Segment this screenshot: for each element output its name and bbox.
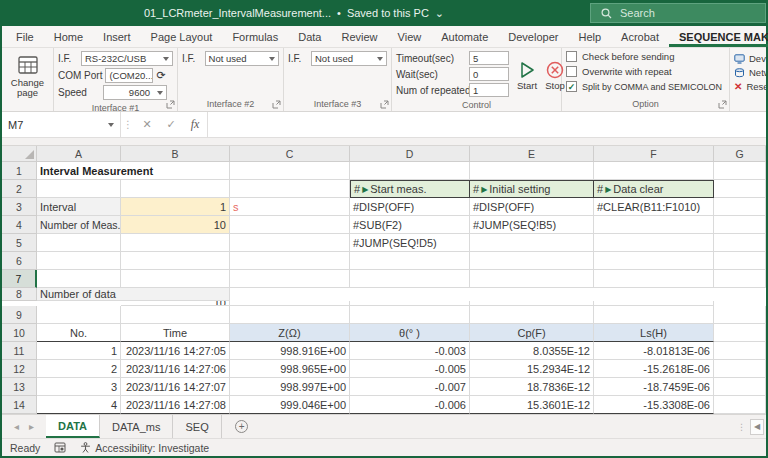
cell[interactable] — [230, 180, 350, 198]
row-header-3[interactable]: 3 — [2, 198, 37, 216]
tab-sequence-maker[interactable]: SEQUENCE MAKER — [669, 28, 768, 47]
cell[interactable] — [714, 342, 766, 360]
cell[interactable] — [350, 162, 470, 180]
cell-F10[interactable]: Ls(H) — [594, 324, 714, 342]
cell[interactable] — [714, 306, 766, 324]
row-header-9[interactable]: 9 — [2, 306, 37, 324]
cell-D12[interactable]: -0.005 — [350, 360, 470, 378]
cell-D2[interactable]: #▶Start meas. — [350, 180, 470, 198]
row-header-7-selected[interactable]: 7 — [2, 270, 37, 288]
cell-B3[interactable]: 1 — [121, 198, 230, 216]
cell[interactable] — [594, 270, 714, 288]
cell-C3[interactable]: s — [230, 198, 350, 216]
cell-D4[interactable]: #SUB(F2) — [350, 216, 470, 234]
prev-sheet-icon[interactable]: ◂ — [14, 421, 19, 432]
reset-button[interactable]: ✕ Reset s — [734, 81, 766, 92]
row-header-8[interactable]: 8 — [2, 288, 37, 301]
cell[interactable] — [714, 180, 766, 198]
cell[interactable] — [350, 270, 470, 288]
cell[interactable] — [37, 270, 121, 288]
cell[interactable] — [470, 234, 594, 252]
select-all-button[interactable] — [2, 146, 37, 162]
cell-A11[interactable]: 1 — [37, 342, 121, 360]
cell-A4[interactable]: Number of Meas. — [37, 216, 121, 234]
row-header-13[interactable]: 13 — [2, 378, 37, 396]
cell[interactable] — [121, 252, 230, 270]
if1-select[interactable]: RS-232C/USB — [81, 51, 173, 66]
cell-C12[interactable]: 998.965E+00 — [230, 360, 350, 378]
cell-D14[interactable]: -0.006 — [350, 396, 470, 414]
row-header-11[interactable]: 11 — [2, 342, 37, 360]
timeout-input[interactable] — [469, 51, 509, 65]
cell[interactable] — [230, 234, 350, 252]
network-button[interactable]: Netwo — [734, 67, 766, 78]
cell[interactable] — [594, 306, 714, 324]
if3-select[interactable]: Not used — [311, 51, 387, 66]
column-header-A[interactable]: A — [37, 146, 121, 162]
cell[interactable] — [714, 396, 766, 414]
cell-E4[interactable]: #JUMP(SEQ!B5) — [470, 216, 594, 234]
drag-handle-icon[interactable]: ⋮ — [121, 112, 135, 137]
repeat-input[interactable] — [469, 83, 509, 97]
cell[interactable] — [714, 234, 766, 252]
cell-F3[interactable]: #CLEAR(B11:F1010) — [594, 198, 714, 216]
cell-E14[interactable]: 15.3601E-12 — [470, 396, 594, 414]
next-sheet-icon[interactable]: ▸ — [29, 421, 34, 432]
speed-select[interactable]: 9600 — [103, 85, 167, 100]
cell-B10[interactable]: Time — [121, 324, 230, 342]
cell-F2[interactable]: #▶Data clear — [594, 180, 714, 198]
wait-input[interactable] — [469, 67, 509, 81]
cell-C11[interactable]: 998.916E+00 — [230, 342, 350, 360]
cell[interactable] — [594, 162, 714, 180]
cell-A12[interactable]: 2 — [37, 360, 121, 378]
cell[interactable] — [714, 324, 766, 342]
tab-insert[interactable]: Insert — [93, 28, 141, 47]
cell[interactable] — [470, 306, 594, 324]
tab-formulas[interactable]: Formulas — [222, 28, 288, 47]
cell[interactable] — [714, 270, 766, 288]
column-header-C[interactable]: C — [230, 146, 350, 162]
com-port-select[interactable]: (COM20... — [105, 68, 153, 83]
column-header-E[interactable]: E — [470, 146, 594, 162]
change-page-button[interactable]: Change page — [6, 51, 49, 99]
row-header-5[interactable]: 5 — [2, 234, 37, 252]
cell-D13[interactable]: -0.007 — [350, 378, 470, 396]
overwrite-with-repeat-checkbox[interactable]: Overwrite with repeat — [566, 66, 725, 77]
row-header-4[interactable]: 4 — [2, 216, 37, 234]
cell-A13[interactable]: 3 — [37, 378, 121, 396]
cell-D5[interactable]: #JUMP(SEQ!D5) — [350, 234, 470, 252]
cell[interactable] — [37, 234, 121, 252]
cell-A10[interactable]: No. — [37, 324, 121, 342]
device-button[interactable]: Device — [734, 53, 766, 64]
cell[interactable] — [230, 216, 350, 234]
cell[interactable] — [37, 306, 121, 324]
cell-D3[interactable]: #DISP(OFF) — [350, 198, 470, 216]
tab-developer[interactable]: Developer — [498, 28, 568, 47]
cell-B4[interactable]: 10 — [121, 216, 230, 234]
column-header-G[interactable]: G — [714, 146, 766, 162]
tab-view[interactable]: View — [388, 28, 432, 47]
check-before-sending-checkbox[interactable]: Check before sending — [566, 51, 725, 62]
tab-acrobat[interactable]: Acrobat — [611, 28, 669, 47]
cell-D11[interactable]: -0.003 — [350, 342, 470, 360]
cell-C14[interactable]: 999.046E+00 — [230, 396, 350, 414]
cell-F14[interactable]: -15.3308E-06 — [594, 396, 714, 414]
cell[interactable] — [714, 162, 766, 180]
cell[interactable] — [714, 378, 766, 396]
row-header-12[interactable]: 12 — [2, 360, 37, 378]
cell[interactable] — [714, 198, 766, 216]
cell[interactable] — [121, 234, 230, 252]
dialog-launcher-icon[interactable] — [272, 100, 281, 109]
row-header-10[interactable]: 10 — [2, 324, 37, 342]
row-header-2[interactable]: 2 — [2, 180, 37, 198]
insert-function-icon[interactable]: fx — [183, 112, 207, 137]
hscroll-left-icon[interactable]: ◀ — [750, 419, 764, 435]
cell[interactable] — [470, 252, 594, 270]
if2-select[interactable]: Not used — [205, 51, 279, 66]
cell[interactable] — [121, 180, 230, 198]
cell[interactable] — [714, 216, 766, 234]
column-header-D[interactable]: D — [350, 146, 470, 162]
cancel-icon[interactable]: ✕ — [135, 112, 159, 137]
cell[interactable] — [470, 270, 594, 288]
cell-E12[interactable]: 15.2934E-12 — [470, 360, 594, 378]
